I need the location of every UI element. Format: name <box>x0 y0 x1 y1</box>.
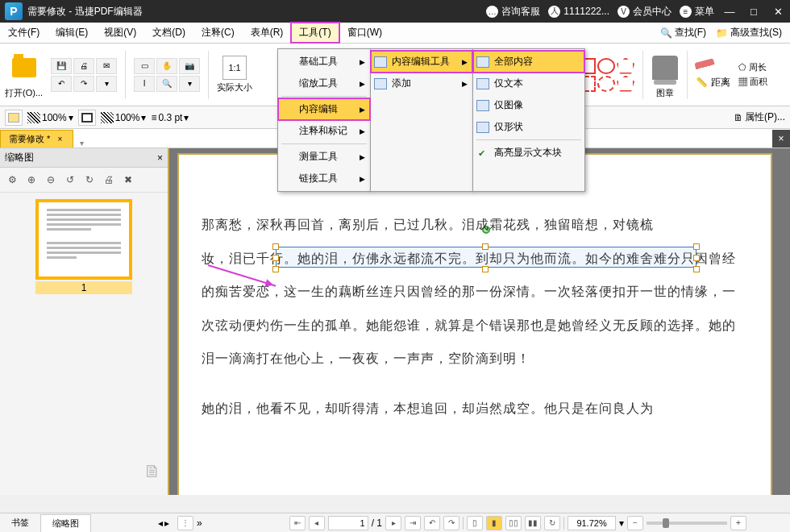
menu-window[interactable]: 窗口(W) <box>339 23 390 43</box>
mi-annotate[interactable]: 注释和标记▶ <box>278 120 370 142</box>
open-button[interactable]: 打开(O)... <box>5 50 43 99</box>
rotate-view-button[interactable]: ↻ <box>544 516 560 530</box>
next-page-button[interactable]: ▸ <box>385 516 401 530</box>
zoom-slider[interactable] <box>647 522 727 525</box>
hand-icon[interactable]: ✋ <box>156 58 177 74</box>
options-button[interactable]: ⋮ <box>177 516 193 530</box>
menu-comment[interactable]: 注释(C) <box>193 23 243 43</box>
mi-text-only[interactable]: 仅文本 <box>473 73 584 94</box>
resize-handle-s[interactable] <box>482 266 489 272</box>
tab-close-icon[interactable]: × <box>55 135 64 144</box>
menu-form[interactable]: 表单(R) <box>243 23 292 43</box>
first-page-button[interactable]: ⇤ <box>289 516 306 530</box>
account-link[interactable]: 人1111222... <box>548 6 609 18</box>
circle-dash-shape[interactable] <box>597 76 615 92</box>
zoom-dropdown-icon[interactable]: ▾ <box>619 517 624 529</box>
document-viewport[interactable]: 那离愁，深秋再回首，离别后，已过几秋。泪成霜花残，独留暗想，对镜梳 妆，泪已千行… <box>169 148 790 495</box>
single-page-button[interactable]: ▯ <box>467 516 483 530</box>
doc-body2[interactable]: 她的泪，他看不见，却听得清，本想追回，却岿然成空。他只是在问良人为 <box>202 392 748 426</box>
mi-measure[interactable]: 测量工具▶ <box>278 146 370 168</box>
consult-link[interactable]: …咨询客服 <box>486 5 540 19</box>
perimeter-button[interactable]: ⬠ 周长 <box>738 61 767 73</box>
page-input[interactable] <box>328 516 368 530</box>
tabs-left-icon[interactable]: ◂ <box>158 517 163 529</box>
snapshot-icon[interactable]: 📷 <box>179 58 200 74</box>
cont-facing-button[interactable]: ▮▮ <box>525 516 541 530</box>
main-menu-link[interactable]: ≡菜单 <box>680 5 714 19</box>
mi-add[interactable]: 添加▶ <box>371 73 472 94</box>
tabs-right-icon[interactable]: ▸ <box>164 517 169 529</box>
mi-link-tools[interactable]: 链接工具▶ <box>278 168 370 189</box>
facing-button[interactable]: ▯▯ <box>505 516 522 530</box>
undo-icon[interactable]: ↶ <box>51 76 72 92</box>
redo-icon[interactable]: ↷ <box>73 76 94 92</box>
rotate-left-icon[interactable]: ↺ <box>61 171 79 189</box>
doc-line1[interactable]: 那离愁，深秋再回首，离别后，已过几秋。泪成霜花残，独留暗想，对镜梳 <box>202 208 748 242</box>
cloud-shape[interactable] <box>617 76 634 92</box>
distance-button[interactable]: 📏距离 <box>696 76 730 89</box>
slider-handle[interactable] <box>663 518 669 528</box>
zoom-out-button[interactable]: − <box>627 516 643 530</box>
menu-edit[interactable]: 编辑(E) <box>48 23 96 43</box>
save-icon[interactable]: 💾 <box>51 58 72 74</box>
stamp-button[interactable]: 图章 <box>651 50 679 99</box>
menu-tools[interactable]: 工具(T) <box>291 23 339 43</box>
resize-handle-se[interactable] <box>693 266 700 272</box>
resize-handle-ne[interactable] <box>693 243 700 250</box>
opacity-2[interactable]: 100% ▾ <box>101 112 147 123</box>
minimize-button[interactable]: — <box>717 0 742 23</box>
zoom-out-icon[interactable]: ⊖ <box>42 171 60 189</box>
zoom-in-icon[interactable]: ⊕ <box>23 171 40 189</box>
back-view-button[interactable]: ↶ <box>424 516 440 530</box>
polygon-shape[interactable] <box>617 58 634 74</box>
doc-tab-active[interactable]: 需要修改 *× <box>0 130 73 148</box>
advanced-find-button[interactable]: 📁高级查找(S) <box>713 26 785 39</box>
area-button[interactable]: ▦ 面积 <box>738 76 767 88</box>
resize-handle-n[interactable] <box>482 243 489 250</box>
more-icon[interactable]: ▾ <box>96 76 117 92</box>
tabs-close-button[interactable]: × <box>772 130 790 148</box>
print-thumbs-icon[interactable]: 🖨 <box>100 171 118 189</box>
delete-thumb-icon[interactable]: ✖ <box>119 171 137 189</box>
tab-list-icon[interactable]: ▾ <box>77 138 86 148</box>
mi-content-edit[interactable]: 内容编辑▶ <box>278 98 370 120</box>
more2-icon[interactable]: ▾ <box>179 76 200 92</box>
mi-shape-only[interactable]: 仅形状 <box>473 116 584 138</box>
menu-file[interactable]: 文件(F) <box>0 23 48 43</box>
thumbnail-tab[interactable]: 缩略图 <box>41 514 91 532</box>
resize-handle-w[interactable] <box>272 255 279 261</box>
resize-handle-nw[interactable] <box>272 243 279 250</box>
mi-highlight-text[interactable]: ✔高亮显示文本块 <box>473 142 584 164</box>
fwd-view-button[interactable]: ↷ <box>443 516 459 530</box>
text-select-icon[interactable]: I <box>134 76 155 92</box>
zoom-icon[interactable]: 🔍 <box>156 76 177 92</box>
member-link[interactable]: V会员中心 <box>617 5 672 19</box>
circle-shape[interactable] <box>597 58 615 74</box>
stroke-width[interactable]: ≡ 0.3 pt ▾ <box>151 112 189 123</box>
maximize-button[interactable]: □ <box>742 0 766 23</box>
rotate-right-icon[interactable]: ↻ <box>81 171 98 189</box>
gear-icon[interactable]: ⚙ <box>3 171 21 189</box>
mi-basic-tools[interactable]: 基础工具▶ <box>278 51 370 73</box>
resize-handle-e[interactable] <box>693 255 700 261</box>
mi-zoom-tools[interactable]: 缩放工具▶ <box>278 73 370 94</box>
fill-color-button[interactable] <box>5 110 23 126</box>
thumbnail-1[interactable]: 1 <box>35 199 132 294</box>
copy-page-icon[interactable]: 🗎 <box>143 461 166 484</box>
zoom-in-button[interactable]: + <box>730 516 746 530</box>
eraser-button[interactable] <box>696 60 730 73</box>
menu-view[interactable]: 视图(V) <box>96 23 144 43</box>
select-icon[interactable]: ▭ <box>134 58 155 74</box>
mail-icon[interactable]: ✉ <box>96 58 117 74</box>
find-button[interactable]: 🔍查找(F) <box>657 26 709 39</box>
bookmark-tab[interactable]: 书签 <box>0 514 41 532</box>
expand-icon[interactable]: » <box>197 517 202 529</box>
continuous-button[interactable]: ▮ <box>486 516 502 530</box>
properties-button[interactable]: 🗎 属性(P)... <box>734 110 785 124</box>
opacity-1[interactable]: 100% ▾ <box>27 112 73 123</box>
last-page-button[interactable]: ⇥ <box>405 516 421 530</box>
zoom-display[interactable]: 91.72% <box>568 516 616 530</box>
mi-content-edit-tool[interactable]: ✔内容编辑工具▶ <box>371 51 472 73</box>
resize-handle-sw[interactable] <box>272 266 279 272</box>
menu-document[interactable]: 文档(D) <box>144 23 193 43</box>
